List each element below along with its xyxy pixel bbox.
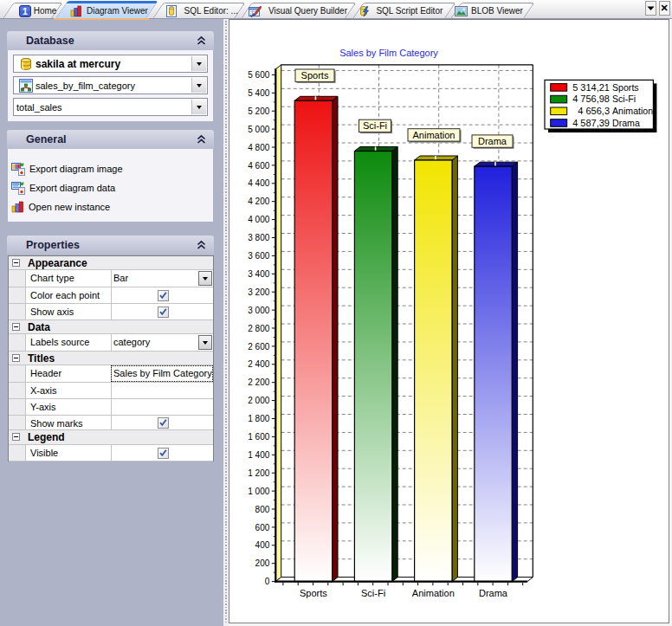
svg-text:400: 400 xyxy=(255,540,270,550)
svg-text:600: 600 xyxy=(255,523,270,532)
svg-text:3 600: 3 600 xyxy=(248,251,269,261)
svg-text:4 600: 4 600 xyxy=(248,161,269,171)
svg-text:1 000: 1 000 xyxy=(248,487,269,496)
svg-text:Animation: Animation xyxy=(413,130,456,140)
svg-text:4 800: 4 800 xyxy=(248,143,269,152)
svg-text:Sci-Fi: Sci-Fi xyxy=(363,120,387,131)
svg-text:4 000: 4 000 xyxy=(248,215,269,224)
svg-text:Sales by Film Category: Sales by Film Category xyxy=(339,48,438,58)
svg-text:1 800: 1 800 xyxy=(248,414,269,423)
svg-text:Sports: Sports xyxy=(301,70,329,81)
svg-text:Animation: Animation xyxy=(412,588,455,598)
svg-text:4 587,39: 4 587,39 xyxy=(572,118,610,128)
svg-text:800: 800 xyxy=(255,505,270,514)
svg-text:Sports: Sports xyxy=(612,82,639,93)
svg-text:3 200: 3 200 xyxy=(248,287,269,297)
svg-text:2 200: 2 200 xyxy=(248,378,269,387)
svg-text:1 200: 1 200 xyxy=(248,468,269,478)
svg-text:4 756,98: 4 756,98 xyxy=(572,94,610,104)
svg-text:2 400: 2 400 xyxy=(248,359,269,369)
svg-text:2 600: 2 600 xyxy=(248,342,269,352)
svg-text:Animation: Animation xyxy=(612,106,653,116)
svg-text:4 200: 4 200 xyxy=(248,197,269,206)
svg-text:Drama: Drama xyxy=(479,588,508,598)
svg-text:4 656,3: 4 656,3 xyxy=(578,106,610,116)
svg-text:5 314,21: 5 314,21 xyxy=(572,82,610,93)
svg-text:5 400: 5 400 xyxy=(248,88,269,98)
svg-text:4 400: 4 400 xyxy=(248,178,269,188)
svg-text:Drama: Drama xyxy=(478,136,507,146)
svg-text:2 800: 2 800 xyxy=(248,324,269,333)
svg-text:3 400: 3 400 xyxy=(248,269,269,279)
svg-text:5 000: 5 000 xyxy=(248,125,269,134)
svg-text:Sci-Fi: Sci-Fi xyxy=(361,588,385,598)
svg-text:1 600: 1 600 xyxy=(248,432,269,442)
svg-text:0: 0 xyxy=(265,577,270,586)
svg-text:5 600: 5 600 xyxy=(248,70,269,80)
svg-text:3 800: 3 800 xyxy=(248,233,269,242)
svg-text:Sports: Sports xyxy=(300,588,327,598)
svg-text:1 400: 1 400 xyxy=(248,450,269,460)
svg-text:Drama: Drama xyxy=(612,118,640,128)
svg-text:5 200: 5 200 xyxy=(248,106,269,116)
svg-text:3 000: 3 000 xyxy=(248,306,269,315)
svg-text:Sci-Fi: Sci-Fi xyxy=(612,94,636,104)
svg-text:2 000: 2 000 xyxy=(248,396,269,405)
svg-text:200: 200 xyxy=(255,558,270,568)
